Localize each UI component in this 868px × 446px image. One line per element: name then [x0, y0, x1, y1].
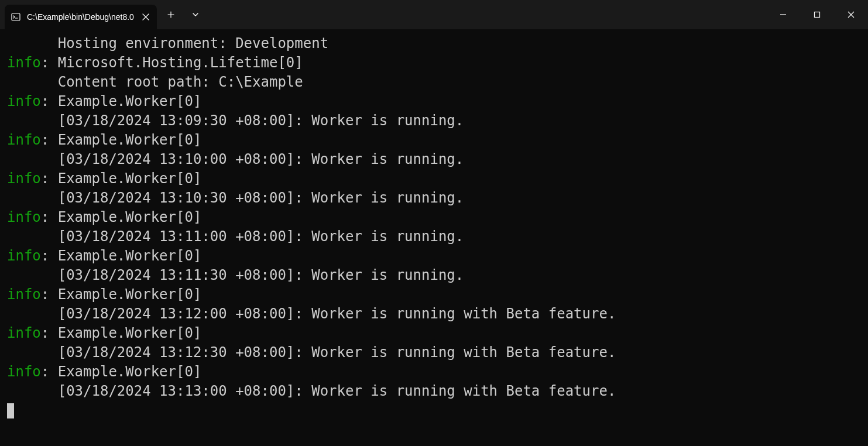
close-icon [848, 11, 855, 18]
log-level: info [7, 286, 41, 303]
log-level: info [7, 325, 41, 341]
log-level: info [7, 209, 41, 225]
log-source: Example.Worker[0] [58, 325, 202, 341]
log-body: [03/18/2024 13:09:30 +08:00]: Worker is … [58, 112, 464, 129]
log-source: Example.Worker[0] [58, 248, 202, 264]
window-close-button[interactable] [834, 0, 868, 29]
tab-close-button[interactable] [140, 12, 151, 22]
terminal-tab[interactable]: C:\Example\bin\Debug\net8.0 [5, 5, 157, 29]
svg-rect-3 [815, 12, 820, 18]
minimize-button[interactable] [766, 0, 800, 29]
terminal-output[interactable]: Hosting environment: Developmentinfo: Mi… [0, 29, 868, 425]
log-level: info [7, 248, 41, 264]
svg-rect-0 [12, 13, 20, 20]
terminal-icon [11, 12, 21, 22]
log-line: Hosting environment: Development [58, 35, 328, 52]
maximize-icon [814, 11, 821, 18]
log-level: info [7, 93, 41, 109]
close-icon [142, 13, 149, 20]
tabs-area: C:\Example\bin\Debug\net8.0 [0, 0, 766, 29]
tab-title: C:\Example\bin\Debug\net8.0 [27, 12, 135, 22]
minimize-icon [780, 11, 787, 18]
log-body: [03/18/2024 13:11:30 +08:00]: Worker is … [58, 267, 464, 283]
tab-dropdown-button[interactable] [185, 4, 206, 25]
log-body: Content root path: C:\Example [58, 74, 303, 90]
log-body: [03/18/2024 13:12:00 +08:00]: Worker is … [58, 306, 616, 322]
plus-icon [167, 11, 174, 18]
log-source: Example.Worker[0] [58, 132, 202, 148]
new-tab-button[interactable] [160, 4, 181, 25]
log-level: info [7, 363, 41, 380]
log-body: [03/18/2024 13:13:00 +08:00]: Worker is … [58, 383, 616, 399]
log-source: Example.Worker[0] [58, 170, 202, 187]
log-source: Example.Worker[0] [58, 209, 202, 225]
log-body: [03/18/2024 13:10:00 +08:00]: Worker is … [58, 151, 464, 167]
log-source: Example.Worker[0] [58, 363, 202, 380]
cursor [7, 403, 14, 418]
log-body: [03/18/2024 13:12:30 +08:00]: Worker is … [58, 344, 616, 361]
log-source: Microsoft.Hosting.Lifetime[0] [58, 54, 303, 71]
log-body: [03/18/2024 13:10:30 +08:00]: Worker is … [58, 190, 464, 206]
log-source: Example.Worker[0] [58, 93, 202, 109]
log-level: info [7, 170, 41, 187]
log-level: info [7, 132, 41, 148]
maximize-button[interactable] [800, 0, 834, 29]
log-body: [03/18/2024 13:11:00 +08:00]: Worker is … [58, 228, 464, 245]
window-controls [766, 0, 868, 29]
log-source: Example.Worker[0] [58, 286, 202, 303]
log-level: info [7, 54, 41, 71]
titlebar: C:\Example\bin\Debug\net8.0 [0, 0, 868, 29]
chevron-down-icon [192, 11, 199, 18]
